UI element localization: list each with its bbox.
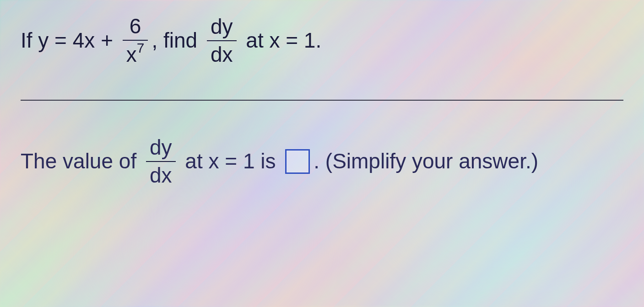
numerator: dy — [146, 135, 176, 161]
fraction-derivative: dy dx — [146, 135, 176, 188]
denominator: dx — [146, 161, 176, 188]
answer-middle: at x = 1 is — [179, 149, 282, 174]
question-suffix: at x = 1. — [240, 28, 322, 53]
denominator: dx — [207, 40, 237, 67]
answer-suffix: . (Simplify your answer.) — [314, 149, 538, 174]
answer-text: The value of dy dx at x = 1 is . (Simpli… — [21, 135, 623, 188]
fraction-expression: 6 x7 — [123, 14, 148, 68]
denominator: x7 — [123, 40, 148, 68]
question-prefix: If y = 4x + — [21, 28, 119, 53]
question-text: If y = 4x + 6 x7 , find dy dx at x = 1. — [21, 14, 623, 68]
section-divider — [21, 100, 623, 101]
fraction-derivative: dy dx — [207, 14, 237, 67]
answer-input-box[interactable] — [285, 149, 310, 174]
problem-content: If y = 4x + 6 x7 , find dy dx at x = 1. … — [0, 0, 644, 202]
numerator: dy — [207, 14, 237, 40]
numerator: 6 — [126, 14, 145, 40]
question-middle: , find — [152, 28, 203, 53]
answer-prefix: The value of — [21, 149, 142, 174]
